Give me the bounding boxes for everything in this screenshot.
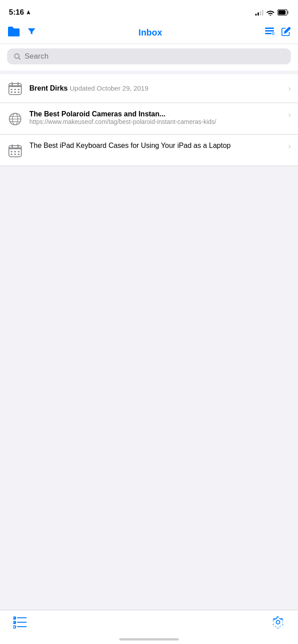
- status-bar: 5:16: [0, 0, 298, 22]
- list-item[interactable]: The Best Polaroid Cameras and Instan... …: [0, 103, 298, 134]
- settings-icon[interactable]: [271, 616, 285, 631]
- battery-icon: [278, 9, 289, 16]
- calendar-icon-2: [7, 143, 23, 159]
- wifi-icon: [266, 9, 274, 16]
- brent-dirks-content: Brent Dirks Updated October 29, 2019: [29, 84, 285, 92]
- nav-bar: Inbox: [0, 22, 298, 44]
- search-input[interactable]: [24, 52, 285, 61]
- polaroid-url: https://www.makeuseof.com/tag/best-polar…: [29, 118, 285, 125]
- svg-rect-3: [265, 28, 274, 29]
- svg-rect-13: [12, 82, 13, 85]
- svg-rect-40: [17, 622, 27, 623]
- svg-rect-32: [18, 151, 20, 152]
- status-time: 5:16: [9, 8, 31, 17]
- polaroid-content: The Best Polaroid Cameras and Instan... …: [29, 110, 285, 125]
- svg-rect-1: [287, 11, 289, 14]
- svg-rect-12: [9, 85, 21, 87]
- svg-rect-33: [11, 154, 12, 155]
- brent-dirks-updated: Updated October 29, 2019: [70, 84, 149, 92]
- svg-rect-30: [11, 151, 12, 152]
- svg-line-10: [19, 58, 20, 60]
- chevron-icon-3: ›: [288, 142, 291, 151]
- nav-title: Inbox: [36, 28, 264, 38]
- chevron-icon-1: ›: [288, 84, 291, 93]
- svg-rect-42: [17, 626, 27, 627]
- svg-rect-28: [12, 144, 13, 147]
- calendar-icon-1: [7, 80, 23, 96]
- svg-rect-2: [278, 10, 286, 15]
- search-bar[interactable]: [7, 48, 291, 64]
- svg-point-9: [15, 54, 19, 58]
- svg-rect-16: [14, 89, 16, 90]
- nav-right-buttons: [264, 27, 291, 38]
- location-icon: [26, 10, 31, 15]
- list-section: Brent Dirks Updated October 29, 2019 › T…: [0, 74, 298, 166]
- svg-rect-19: [14, 91, 16, 93]
- list-icon[interactable]: [264, 27, 275, 38]
- list-item[interactable]: Brent Dirks Updated October 29, 2019 ›: [0, 74, 298, 103]
- ipad-keyboard-title: The Best iPad Keyboard Cases for Using Y…: [29, 142, 285, 150]
- divider-3: [0, 166, 298, 166]
- svg-rect-20: [18, 91, 20, 93]
- search-magnifier-icon: [13, 52, 21, 60]
- ipad-keyboard-content: The Best iPad Keyboard Cases for Using Y…: [29, 142, 285, 150]
- svg-rect-29: [17, 144, 19, 147]
- svg-rect-14: [17, 82, 19, 85]
- svg-rect-15: [11, 89, 12, 90]
- search-container: [0, 44, 298, 71]
- brent-dirks-name: Brent Dirks: [29, 84, 68, 92]
- polaroid-title: The Best Polaroid Cameras and Instan...: [29, 110, 285, 118]
- svg-rect-34: [14, 154, 16, 155]
- filter-icon[interactable]: [27, 27, 36, 38]
- checklist-icon[interactable]: [13, 616, 27, 630]
- home-indicator: [119, 638, 179, 640]
- svg-rect-27: [9, 147, 21, 149]
- globe-icon: [7, 111, 23, 127]
- svg-rect-41: [13, 626, 16, 628]
- svg-rect-18: [11, 91, 12, 93]
- svg-rect-38: [17, 617, 27, 618]
- list-item[interactable]: The Best iPad Keyboard Cases for Using Y…: [0, 135, 298, 166]
- nav-left-buttons: [7, 26, 36, 39]
- svg-rect-31: [14, 151, 16, 152]
- signal-icon: [255, 9, 263, 16]
- svg-rect-35: [18, 154, 20, 155]
- svg-rect-4: [265, 30, 274, 32]
- chevron-icon-2: ›: [288, 110, 291, 119]
- svg-rect-8: [273, 32, 274, 35]
- svg-rect-5: [265, 33, 271, 34]
- compose-icon[interactable]: [281, 27, 291, 38]
- svg-rect-17: [18, 89, 20, 90]
- folder-icon[interactable]: [7, 26, 20, 39]
- status-icons: [255, 9, 289, 16]
